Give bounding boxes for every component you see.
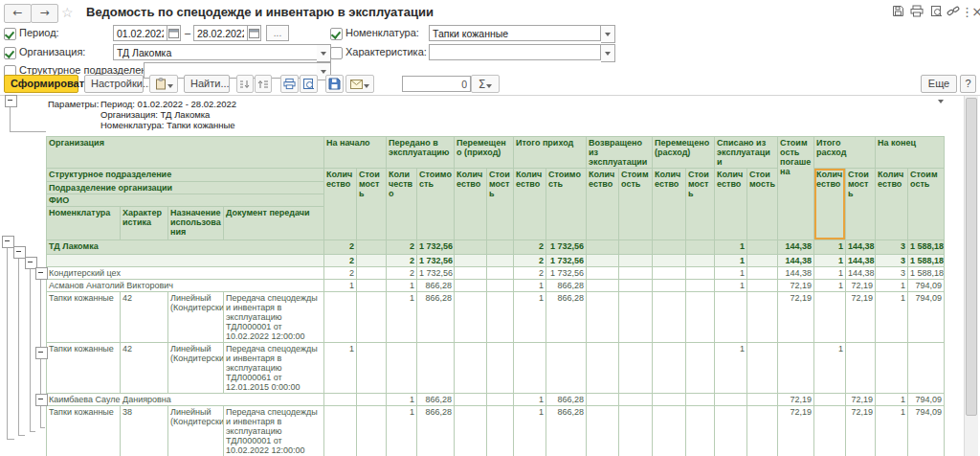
cell-mi_q[interactable] bbox=[455, 406, 487, 456]
forward-button[interactable]: → bbox=[31, 4, 58, 23]
cell-wo_s[interactable] bbox=[747, 255, 778, 267]
cell-rep[interactable]: 72,19 bbox=[778, 394, 814, 406]
header-group-collapse-button[interactable] bbox=[5, 95, 17, 107]
cell-dim-3[interactable]: Передача спецодежды и инвентаря в эксплу… bbox=[224, 406, 324, 456]
col-header-en_q[interactable]: Количество bbox=[876, 169, 908, 240]
cell-rt_s[interactable] bbox=[619, 280, 653, 292]
cell-en_q[interactable]: 1 bbox=[876, 394, 908, 406]
cell-in_q[interactable]: 2 bbox=[514, 240, 546, 255]
cell-mi_s[interactable] bbox=[487, 394, 514, 406]
cell-nb_s[interactable] bbox=[357, 292, 387, 343]
cell-mo_q[interactable] bbox=[653, 394, 686, 406]
cell-mo_s[interactable] bbox=[686, 240, 715, 255]
cell-tr_s[interactable]: 866,28 bbox=[417, 292, 455, 343]
cell-mo_s[interactable] bbox=[686, 406, 715, 456]
cell-mo_q[interactable] bbox=[653, 343, 686, 394]
group-collapse-button-person-3[interactable] bbox=[35, 394, 48, 406]
close-button[interactable]: × bbox=[969, 4, 980, 19]
preview-button[interactable] bbox=[928, 5, 944, 20]
group-collapse-button-person-1[interactable] bbox=[35, 267, 48, 280]
cell-in_s[interactable]: 1 732,56 bbox=[546, 255, 587, 267]
cell-wo_s[interactable] bbox=[747, 394, 778, 406]
cell-wo_q[interactable]: 1 bbox=[715, 240, 747, 255]
cell-nb_q[interactable]: 1 bbox=[324, 280, 357, 292]
cell-en_q[interactable]: 3 bbox=[876, 255, 908, 267]
cell-mo_s[interactable] bbox=[686, 267, 715, 280]
cell-rep[interactable]: 72,19 bbox=[778, 280, 814, 292]
cell-in_q[interactable]: 1 bbox=[514, 292, 546, 343]
cell-in_s[interactable]: 1 732,56 bbox=[546, 240, 587, 255]
cell-dim-0[interactable]: Тапки кожанные bbox=[47, 343, 121, 394]
characteristic-input[interactable] bbox=[429, 44, 601, 60]
cell-wo_q[interactable] bbox=[715, 406, 747, 456]
cell-rep[interactable]: 144,38 bbox=[778, 267, 814, 280]
cell-dim-1[interactable]: 42 bbox=[121, 292, 168, 343]
cell-ex_s[interactable]: 144,38 bbox=[846, 255, 876, 267]
cell-ex_q[interactable]: 1 bbox=[814, 267, 846, 280]
period-from-input[interactable] bbox=[113, 25, 167, 41]
cell-tr_s[interactable]: 866,28 bbox=[417, 394, 455, 406]
cell-mo_q[interactable] bbox=[653, 255, 686, 267]
cell-wo_q[interactable]: 1 bbox=[715, 343, 747, 394]
print-report-button[interactable] bbox=[280, 75, 299, 93]
autosum-button[interactable]: Σ bbox=[471, 75, 500, 93]
help-button[interactable]: ? bbox=[960, 75, 976, 93]
cell-in_q[interactable]: 1 bbox=[514, 394, 546, 406]
cell-wo_q[interactable]: 1 bbox=[715, 267, 747, 280]
cell-en_s[interactable]: 1 588,18 bbox=[908, 240, 945, 255]
cell-mo_s[interactable] bbox=[686, 255, 715, 267]
cell-wo_s[interactable] bbox=[747, 280, 778, 292]
col-header-nb_q[interactable]: Количество bbox=[324, 169, 357, 240]
cell-en_s[interactable]: 1 588,18 bbox=[908, 255, 945, 267]
cell-nb_q[interactable] bbox=[324, 406, 357, 456]
cell-group-label[interactable]: ТД Лакомка bbox=[47, 240, 324, 255]
cell-ex_s[interactable]: 72,19 bbox=[846, 406, 876, 456]
cell-rt_s[interactable] bbox=[619, 394, 653, 406]
col-header-in_s[interactable]: Стоимость bbox=[546, 169, 587, 240]
characteristic-dropdown-button[interactable] bbox=[601, 44, 615, 62]
col-header-sub-0[interactable]: Структурное подразделение bbox=[47, 169, 324, 182]
col-header-tr_q[interactable]: Количество bbox=[387, 169, 417, 240]
cell-wo_q[interactable]: 1 bbox=[715, 280, 747, 292]
cell-wo_s[interactable] bbox=[747, 343, 778, 394]
cell-en_q[interactable]: 1 bbox=[876, 280, 908, 292]
col-header-mi_q[interactable]: Количество bbox=[455, 169, 487, 240]
cell-mi_s[interactable] bbox=[487, 255, 514, 267]
cell-rt_q[interactable] bbox=[587, 255, 619, 267]
cell-en_q[interactable]: 3 bbox=[876, 267, 908, 280]
cell-ex_s[interactable]: 72,19 bbox=[846, 292, 876, 343]
organization-dropdown-button[interactable] bbox=[317, 44, 331, 62]
col-header-dim-2[interactable]: Назначение использования bbox=[168, 207, 224, 240]
nomenclature-dropdown-button[interactable] bbox=[601, 25, 615, 43]
cell-rt_q[interactable] bbox=[587, 343, 619, 394]
cell-in_s[interactable]: 866,28 bbox=[546, 292, 587, 343]
cell-tr_s[interactable]: 866,28 bbox=[417, 406, 455, 456]
cell-nb_s[interactable] bbox=[357, 280, 387, 292]
col-header-dim-1[interactable]: Характеристика bbox=[121, 207, 168, 240]
cell-nb_q[interactable]: 2 bbox=[324, 255, 357, 267]
cell-wo_s[interactable] bbox=[747, 406, 778, 456]
generate-button[interactable]: Сформировать bbox=[4, 75, 78, 93]
print-button[interactable] bbox=[909, 5, 924, 20]
cell-en_q[interactable] bbox=[876, 343, 908, 394]
cell-group-label[interactable]: Кондитерский цех bbox=[47, 267, 324, 280]
col-header-mo_s[interactable]: Стоимость bbox=[686, 169, 715, 240]
expand-groups-button[interactable] bbox=[255, 75, 272, 93]
cell-rt_q[interactable] bbox=[587, 240, 619, 255]
cell-en_q[interactable]: 1 bbox=[876, 292, 908, 343]
find-button[interactable]: Найти... bbox=[184, 75, 230, 93]
cell-group-label[interactable] bbox=[47, 255, 324, 267]
cell-rep[interactable] bbox=[778, 343, 814, 394]
cell-mo_q[interactable] bbox=[653, 267, 686, 280]
cell-in_s[interactable] bbox=[546, 343, 587, 394]
cell-en_q[interactable]: 3 bbox=[876, 240, 908, 255]
collapse-groups-button[interactable] bbox=[236, 75, 254, 93]
send-mail-button[interactable] bbox=[345, 75, 374, 93]
cell-wo_q[interactable] bbox=[715, 292, 747, 343]
cell-rep[interactable]: 144,38 bbox=[778, 255, 814, 267]
period-from-calendar-button[interactable] bbox=[167, 25, 181, 41]
cell-tr_s[interactable] bbox=[417, 343, 455, 394]
cell-en_s[interactable]: 794,09 bbox=[908, 406, 945, 456]
cell-in_q[interactable]: 1 bbox=[514, 280, 546, 292]
cell-dim-2[interactable]: Линейный (Кондитерский) bbox=[168, 343, 224, 394]
